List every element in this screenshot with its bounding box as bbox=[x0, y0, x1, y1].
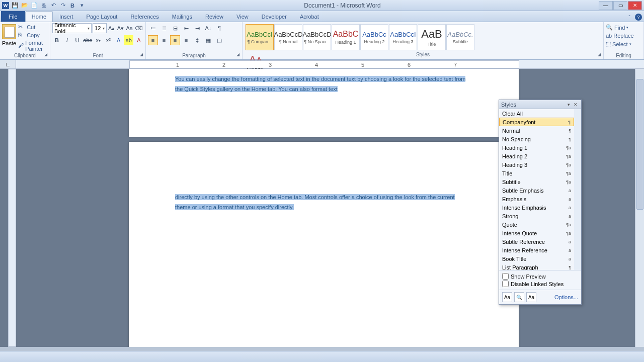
multilevel-icon[interactable]: ⊟ bbox=[170, 23, 180, 33]
maximize-button[interactable]: ▭ bbox=[613, 1, 627, 10]
styles-pane-item-6[interactable]: Title¶a bbox=[499, 169, 574, 177]
styles-dialog-launcher[interactable]: ◢ bbox=[596, 52, 602, 58]
styles-pane-scrollbar[interactable] bbox=[574, 109, 581, 270]
manage-styles-button[interactable]: Aa bbox=[526, 292, 536, 302]
styles-pane-item-3[interactable]: Heading 1¶a bbox=[499, 143, 574, 152]
styles-pane-item-7[interactable]: Subtitle¶a bbox=[499, 177, 574, 186]
new-icon[interactable]: 📄 bbox=[30, 2, 38, 10]
help-icon[interactable]: ? bbox=[635, 14, 642, 21]
clear-format-icon[interactable]: ⌫ bbox=[134, 23, 143, 33]
justify-icon[interactable]: ≡ bbox=[181, 35, 191, 45]
scrollbar-thumb[interactable] bbox=[636, 79, 643, 210]
highlight-icon[interactable]: ab bbox=[124, 35, 133, 45]
horizontal-ruler[interactable]: 1234567 bbox=[129, 60, 519, 68]
styles-pane-titlebar[interactable]: Styles ▾ ✕ bbox=[499, 100, 581, 109]
qat-more-icon[interactable]: ▾ bbox=[78, 2, 86, 10]
find-button[interactable]: 🔍Find▾ bbox=[606, 23, 641, 32]
close-button[interactable]: ✕ bbox=[628, 1, 642, 10]
styles-pane-item-17[interactable]: List Paragraph¶ bbox=[499, 263, 574, 270]
show-preview-checkbox[interactable]: Show Preview bbox=[502, 273, 578, 280]
open-icon[interactable]: 📂 bbox=[21, 2, 29, 10]
font-dialog-launcher[interactable]: ◢ bbox=[138, 52, 144, 58]
new-style-button[interactable]: Aa bbox=[502, 292, 512, 302]
subscript-icon[interactable]: x₂ bbox=[94, 35, 103, 45]
clear-all-item[interactable]: Clear All bbox=[499, 109, 574, 118]
strikethrough-icon[interactable]: abc bbox=[83, 35, 93, 45]
tab-insert[interactable]: Insert bbox=[53, 11, 80, 22]
page-2[interactable]: directly by using the other controls on … bbox=[129, 142, 519, 347]
change-case-icon[interactable]: Aa bbox=[125, 23, 133, 33]
styles-pane-item-1[interactable]: Normal¶ bbox=[499, 126, 574, 135]
styles-pane-item-9[interactable]: Emphasisa bbox=[499, 195, 574, 203]
styles-pane-item-0[interactable]: Companyfont¶ bbox=[499, 118, 574, 126]
copy-button[interactable]: ⎘Copy bbox=[18, 31, 48, 39]
styles-pane-item-8[interactable]: Subtle Emphasisa bbox=[499, 186, 574, 195]
decrease-indent-icon[interactable]: ⇤ bbox=[181, 23, 191, 33]
show-marks-icon[interactable]: ¶ bbox=[214, 23, 224, 33]
paste-button[interactable]: Paste bbox=[2, 23, 16, 52]
styles-pane-item-16[interactable]: Book Titlea bbox=[499, 254, 574, 263]
align-right-icon[interactable]: ≡ bbox=[170, 35, 180, 45]
replace-button[interactable]: abReplace bbox=[606, 32, 641, 40]
style-gallery-item-1[interactable]: AaBbCcD¶ Normal bbox=[274, 24, 302, 50]
disable-linked-checkbox[interactable]: Disable Linked Styles bbox=[502, 280, 578, 288]
clipboard-dialog-launcher[interactable]: ◢ bbox=[43, 52, 49, 58]
styles-pane-close-icon[interactable]: ✕ bbox=[572, 102, 579, 107]
tab-acrobat[interactable]: Acrobat bbox=[293, 11, 326, 22]
paragraph-dialog-launcher[interactable]: ◢ bbox=[235, 52, 241, 58]
styles-pane-item-2[interactable]: No Spacing¶ bbox=[499, 135, 574, 143]
tab-developer[interactable]: Developer bbox=[255, 11, 293, 22]
style-inspector-button[interactable]: 🔍 bbox=[514, 292, 524, 302]
style-gallery-item-6[interactable]: AaBTitle bbox=[418, 24, 446, 50]
borders-icon[interactable]: ▢ bbox=[214, 35, 224, 45]
align-center-icon[interactable]: ≡ bbox=[159, 35, 169, 45]
underline-icon[interactable]: U bbox=[72, 35, 82, 45]
styles-pane-dropdown-icon[interactable]: ▾ bbox=[565, 102, 572, 107]
italic-icon[interactable]: I bbox=[62, 35, 71, 45]
tab-selector[interactable]: ∟ bbox=[0, 60, 16, 68]
redo-icon[interactable]: ↷ bbox=[59, 2, 67, 10]
undo-icon[interactable]: ↶ bbox=[49, 2, 57, 10]
shrink-font-icon[interactable]: A▾ bbox=[117, 23, 125, 33]
bullets-icon[interactable]: ≔ bbox=[148, 23, 158, 33]
styles-pane-item-15[interactable]: Intense Referencea bbox=[499, 246, 574, 254]
tab-file[interactable]: File bbox=[1, 11, 25, 22]
increase-indent-icon[interactable]: ⇥ bbox=[192, 23, 202, 33]
font-color-icon[interactable]: A bbox=[134, 35, 143, 45]
styles-pane-item-4[interactable]: Heading 2¶a bbox=[499, 152, 574, 160]
styles-pane-item-5[interactable]: Heading 3¶a bbox=[499, 160, 574, 169]
tab-page-layout[interactable]: Page Layout bbox=[80, 11, 124, 22]
page-1[interactable]: You can easily change the formatting of … bbox=[129, 69, 519, 137]
styles-pane-item-14[interactable]: Subtle Referencea bbox=[499, 237, 574, 246]
bold-icon[interactable]: B bbox=[52, 35, 61, 45]
shading-icon[interactable]: ▦ bbox=[203, 35, 213, 45]
font-name-combo[interactable]: Britannic Bold▾ bbox=[52, 23, 92, 33]
styles-pane-item-13[interactable]: Intense Quote¶a bbox=[499, 229, 574, 237]
style-gallery-item-2[interactable]: AaBbCcD¶ No Spaci... bbox=[303, 24, 331, 50]
styles-options-link[interactable]: Options... bbox=[554, 294, 578, 300]
print-icon[interactable]: 🖶 bbox=[40, 2, 48, 10]
tab-home[interactable]: Home bbox=[25, 11, 53, 22]
vertical-ruler[interactable] bbox=[8, 69, 16, 347]
style-gallery-item-0[interactable]: AaBbCcI¶ Compan... bbox=[246, 24, 274, 50]
styles-pane-item-12[interactable]: Quote¶a bbox=[499, 220, 574, 229]
line-spacing-icon[interactable]: ‡ bbox=[192, 35, 202, 45]
style-gallery-item-7[interactable]: AaBbCc.Subtitle bbox=[446, 24, 474, 50]
tab-view[interactable]: View bbox=[230, 11, 255, 22]
select-button[interactable]: ⬚Select▾ bbox=[606, 40, 641, 48]
styles-pane-item-11[interactable]: Stronga bbox=[499, 212, 574, 220]
ribbon-minimize-icon[interactable]: ˆ bbox=[625, 14, 633, 22]
text-effects-icon[interactable]: A bbox=[114, 35, 123, 45]
tab-references[interactable]: References bbox=[124, 11, 165, 22]
tab-review[interactable]: Review bbox=[199, 11, 230, 22]
sort-icon[interactable]: A↓ bbox=[203, 23, 213, 33]
styles-pane-item-10[interactable]: Intense Emphasisa bbox=[499, 203, 574, 212]
bold-qat-icon[interactable]: B bbox=[68, 2, 76, 10]
superscript-icon[interactable]: x² bbox=[104, 35, 113, 45]
style-gallery-item-3[interactable]: AaBbCHeading 1 bbox=[332, 24, 360, 50]
styles-gallery[interactable]: AaBbCcI¶ Compan...AaBbCcD¶ NormalAaBbCcD… bbox=[245, 23, 601, 51]
vertical-scrollbar[interactable] bbox=[635, 69, 644, 347]
grow-font-icon[interactable]: A▴ bbox=[108, 23, 116, 33]
save-icon[interactable]: 💾 bbox=[11, 2, 19, 10]
align-left-icon[interactable]: ≡ bbox=[148, 35, 158, 45]
